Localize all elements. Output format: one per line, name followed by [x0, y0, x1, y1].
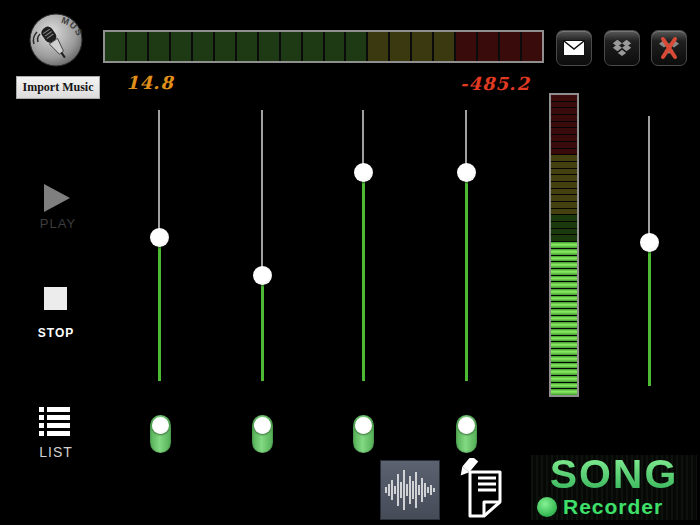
- meter-segment: [551, 329, 577, 335]
- meter-segment: [551, 195, 577, 201]
- meter-segment: [551, 242, 577, 248]
- meter-segment: [551, 249, 577, 255]
- meter-segment: [237, 32, 257, 61]
- meter-segment: [551, 135, 577, 141]
- logo-recorder-text: Recorder: [563, 495, 663, 519]
- toggle-knob: [254, 417, 271, 434]
- slider-track-lower: [158, 237, 161, 381]
- slider-knob[interactable]: [640, 233, 659, 252]
- microphone-logo-icon: MUSIC: [28, 12, 84, 68]
- toggle-knob: [355, 417, 372, 434]
- channel-2-slider[interactable]: [252, 110, 272, 381]
- app-logo: MUSIC: [28, 12, 84, 68]
- meter-segment: [105, 32, 125, 61]
- meter-segment: [551, 276, 577, 282]
- meter-segment: [551, 302, 577, 308]
- slider-track-lower: [261, 275, 264, 381]
- slider-knob[interactable]: [253, 266, 272, 285]
- dropbox-button[interactable]: [604, 30, 640, 66]
- channel-2-toggle[interactable]: [252, 415, 273, 453]
- meter-segment: [551, 122, 577, 128]
- meter-segment: [551, 356, 577, 362]
- meter-segment: [127, 32, 147, 61]
- slider-track-upper: [648, 116, 650, 243]
- play-label: PLAY: [30, 216, 86, 231]
- list-label: LIST: [28, 444, 84, 460]
- meter-segment: [193, 32, 213, 61]
- dropbox-disconnect-icon: [657, 36, 681, 60]
- toggle-knob: [152, 417, 169, 434]
- meter-segment: [551, 162, 577, 168]
- meter-segment: [368, 32, 388, 61]
- meter-segment: [551, 336, 577, 342]
- master-slider[interactable]: [639, 116, 659, 386]
- meter-segment: [551, 169, 577, 175]
- import-music-label: Import Music: [23, 80, 94, 95]
- channel-4-toggle[interactable]: [456, 415, 477, 453]
- meter-segment: [551, 142, 577, 148]
- channel-1-slider[interactable]: [149, 110, 169, 381]
- meter-segment: [551, 229, 577, 235]
- meter-segment: [390, 32, 410, 61]
- meter-segment: [551, 128, 577, 134]
- meter-segment: [551, 95, 577, 101]
- meter-segment: [456, 32, 476, 61]
- meter-segment: [303, 32, 323, 61]
- list-icon: [39, 406, 70, 437]
- meter-segment: [500, 32, 520, 61]
- slider-knob[interactable]: [354, 163, 373, 182]
- right-value-readout: -485.2: [450, 73, 540, 94]
- stop-button[interactable]: [44, 287, 67, 310]
- meter-segment: [434, 32, 454, 61]
- meter-segment: [149, 32, 169, 61]
- email-icon: [563, 40, 585, 56]
- meter-segment: [551, 269, 577, 275]
- slider-knob[interactable]: [457, 163, 476, 182]
- stop-label: STOP: [28, 326, 84, 340]
- slider-track-lower: [362, 172, 365, 381]
- meter-segment: [522, 32, 542, 61]
- edit-notes-icon: [456, 458, 510, 518]
- list-button[interactable]: [39, 406, 70, 441]
- meter-segment: [325, 32, 345, 61]
- dropbox-icon: [611, 37, 633, 59]
- dropbox-disconnect-button[interactable]: [651, 30, 687, 66]
- channel-1-toggle[interactable]: [150, 415, 171, 453]
- email-button[interactable]: [556, 30, 592, 66]
- meter-segment: [551, 149, 577, 155]
- meter-segment: [215, 32, 235, 61]
- channel-4-slider[interactable]: [456, 110, 476, 381]
- meter-segment: [551, 296, 577, 302]
- meter-segment: [551, 155, 577, 161]
- meter-segment: [478, 32, 498, 61]
- song-recorder-logo: SONG Recorder: [531, 455, 697, 520]
- meter-segment: [551, 322, 577, 328]
- play-button[interactable]: [44, 184, 70, 212]
- meter-segment: [551, 202, 577, 208]
- meter-segment: [346, 32, 366, 61]
- waveform-icon: [384, 468, 436, 512]
- meter-segment: [551, 102, 577, 108]
- app-background: MUSIC Import Music 14.8 -485.2: [0, 0, 700, 525]
- slider-track-upper: [158, 110, 160, 237]
- slider-knob[interactable]: [150, 228, 169, 247]
- slider-track-lower: [465, 172, 468, 381]
- meter-segment: [551, 108, 577, 114]
- meter-segment: [551, 342, 577, 348]
- top-level-meter: [103, 30, 544, 63]
- meter-segment: [551, 363, 577, 369]
- toggle-knob: [458, 417, 475, 434]
- edit-notes-button[interactable]: [455, 457, 511, 519]
- meter-segment: [551, 189, 577, 195]
- meter-segment: [551, 369, 577, 375]
- meter-segment: [259, 32, 279, 61]
- meter-segment: [551, 389, 577, 395]
- record-dot-icon: [537, 497, 557, 517]
- meter-segment: [551, 209, 577, 215]
- channel-3-toggle[interactable]: [353, 415, 374, 453]
- channel-3-slider[interactable]: [353, 110, 373, 381]
- slider-track-upper: [261, 110, 263, 275]
- import-music-button[interactable]: Import Music: [16, 76, 100, 99]
- waveform-button[interactable]: [380, 460, 440, 520]
- left-value-readout: 14.8: [126, 72, 174, 93]
